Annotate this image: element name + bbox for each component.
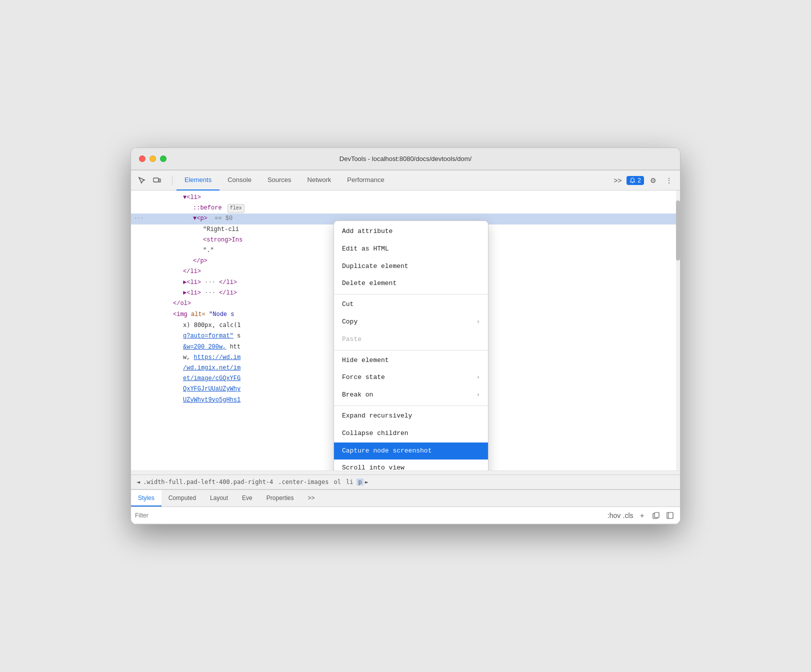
submenu-arrow: › [476, 373, 480, 382]
styles-toolbar: :hov .cls + [131, 507, 680, 524]
devtools-panel: Elements Console Sources Network Perform… [131, 170, 680, 524]
menu-separator [334, 294, 488, 294]
menu-item-copy[interactable]: Copy › [334, 314, 488, 331]
bottom-tabs: Styles Computed Layout Eve Properties >> [131, 490, 680, 507]
toolbar-right: >> 2 ⚙ ⋮ [610, 174, 676, 188]
filter-input[interactable] [135, 512, 606, 519]
tab-bar: Elements Console Sources Network Perform… [176, 170, 608, 190]
menu-separator [334, 350, 488, 350]
svg-rect-1 [159, 179, 160, 182]
breadcrumb: ◄ .width-full.pad-left-400.pad-right-4 .… [131, 474, 680, 490]
svg-rect-3 [654, 512, 659, 518]
breadcrumb-arrow-right[interactable]: ► [364, 478, 370, 486]
context-menu-overlay: Add attribute Edit as HTML Duplicate ele… [131, 190, 680, 470]
context-menu: Add attribute Edit as HTML Duplicate ele… [334, 220, 488, 470]
breadcrumb-class2[interactable]: .center-images [276, 478, 330, 486]
breadcrumb-p[interactable]: p [356, 478, 363, 486]
inspect-icon[interactable] [135, 174, 149, 188]
titlebar: DevTools - localhost:8080/docs/devtools/… [131, 148, 680, 170]
tab-event-listeners[interactable]: Eve [235, 490, 260, 506]
tab-styles[interactable]: Styles [131, 490, 162, 506]
menu-item-edit-html[interactable]: Edit as HTML [334, 240, 488, 258]
add-rule-button[interactable]: + [636, 510, 648, 522]
tab-more-bottom[interactable]: >> [300, 490, 322, 506]
cls-button[interactable]: .cls [622, 510, 634, 522]
hov-button[interactable]: :hov [608, 510, 620, 522]
tab-properties[interactable]: Properties [260, 490, 301, 506]
screenshot-button[interactable] [664, 510, 676, 522]
tab-network[interactable]: Network [300, 170, 340, 190]
close-button[interactable] [139, 156, 146, 162]
tab-performance[interactable]: Performance [339, 170, 392, 190]
more-options-icon[interactable]: ⋮ [662, 174, 676, 188]
minimize-button[interactable] [150, 156, 156, 162]
menu-item-expand-recursively[interactable]: Expand recursively [334, 408, 488, 425]
traffic-lights [139, 156, 166, 162]
devtools-window: DevTools - localhost:8080/docs/devtools/… [130, 148, 680, 524]
notification-badge[interactable]: 2 [626, 176, 644, 185]
menu-item-hide-element[interactable]: Hide element [334, 352, 488, 370]
breadcrumb-ol[interactable]: ol [332, 478, 342, 486]
menu-item-cut[interactable]: Cut [334, 296, 488, 314]
menu-item-break-on[interactable]: Break on › [334, 386, 488, 404]
menu-item-collapse-children[interactable]: Collapse children [334, 425, 488, 442]
menu-item-force-state[interactable]: Force state › [334, 369, 488, 386]
breadcrumb-arrow-left[interactable]: ◄ [135, 478, 142, 486]
horizontal-scrollbar[interactable] [131, 470, 680, 474]
tab-layout[interactable]: Layout [203, 490, 235, 506]
tab-sources[interactable]: Sources [260, 170, 300, 190]
toolbar-divider [172, 176, 172, 186]
submenu-arrow: › [476, 390, 480, 400]
toolbar-icons [135, 174, 164, 188]
submenu-arrow: › [476, 318, 480, 327]
dom-panel[interactable]: ▼<li> ::before flex ··· ▼<p> == $0 [131, 190, 680, 470]
bottom-panel: Styles Computed Layout Eve Properties >>… [131, 490, 680, 524]
device-toggle-icon[interactable] [150, 174, 164, 188]
menu-item-duplicate-element[interactable]: Duplicate element [334, 258, 488, 276]
breadcrumb-li[interactable]: li [344, 478, 354, 486]
tab-elements[interactable]: Elements [176, 170, 220, 190]
breadcrumb-class[interactable]: .width-full.pad-left-400.pad-right-4 [142, 478, 274, 486]
tab-console[interactable]: Console [220, 170, 260, 190]
notification-count: 2 [638, 177, 641, 184]
window-title: DevTools - localhost:8080/docs/devtools/… [340, 155, 472, 162]
more-tabs-icon[interactable]: >> [610, 174, 624, 188]
settings-icon[interactable]: ⚙ [646, 174, 660, 188]
menu-item-add-attribute[interactable]: Add attribute [334, 223, 488, 240]
tab-computed[interactable]: Computed [162, 490, 203, 506]
svg-rect-4 [667, 512, 673, 518]
menu-item-capture-screenshot[interactable]: Capture node screenshot [334, 442, 488, 460]
menu-item-paste: Paste [334, 331, 488, 348]
copy-button[interactable] [650, 510, 662, 522]
devtools-toolbar: Elements Console Sources Network Perform… [131, 170, 680, 190]
menu-item-delete-element[interactable]: Delete element [334, 275, 488, 292]
svg-rect-0 [154, 178, 158, 182]
menu-item-scroll-into-view[interactable]: Scroll into view [334, 460, 488, 470]
menu-separator [334, 406, 488, 406]
maximize-button[interactable] [160, 156, 166, 162]
